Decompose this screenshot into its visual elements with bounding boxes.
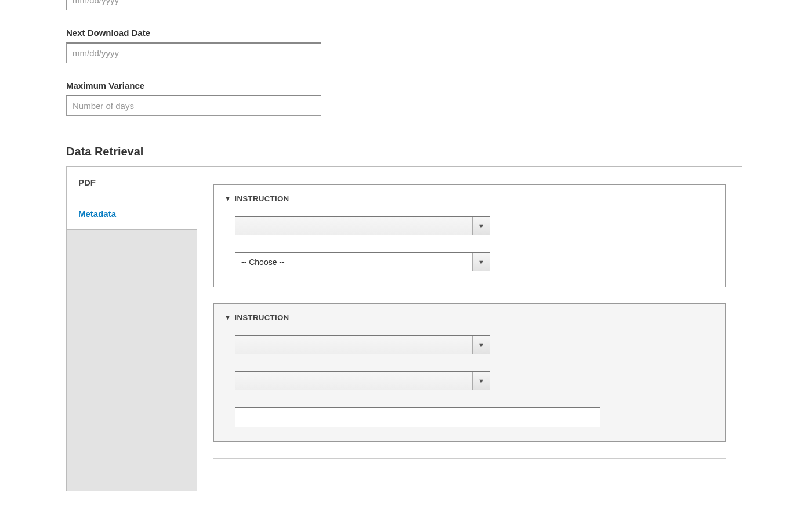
instruction1-select2[interactable]: -- Choose -- ▼ [235, 252, 490, 271]
cutoff-date-input[interactable] [66, 0, 321, 10]
data-retrieval-panel: PDF Metadata ▼ INSTRUCTION ▼ -- Choose -… [66, 166, 742, 491]
max-variance-label: Maximum Variance [66, 81, 742, 90]
instruction-block-1-header[interactable]: ▼ INSTRUCTION [224, 194, 715, 203]
next-download-field: Next Download Date [66, 28, 742, 63]
tab-pdf[interactable]: PDF [67, 167, 197, 198]
instruction-block-2-title: INSTRUCTION [234, 313, 289, 322]
next-download-label: Next Download Date [66, 28, 742, 38]
divider [213, 458, 726, 459]
cutoff-date-field [66, 0, 742, 10]
instruction-block-2: ▼ INSTRUCTION ▼ ▼ [213, 303, 726, 442]
instruction2-text-input[interactable] [235, 407, 600, 427]
max-variance-field: Maximum Variance [66, 81, 742, 116]
side-tab-filler [67, 230, 197, 491]
side-tabs: PDF Metadata [67, 167, 197, 491]
collapse-down-icon: ▼ [224, 314, 231, 321]
instruction-block-2-header[interactable]: ▼ INSTRUCTION [224, 313, 715, 322]
instruction-block-1: ▼ INSTRUCTION ▼ -- Choose -- ▼ [213, 184, 726, 287]
instruction2-select2[interactable]: ▼ [235, 371, 490, 390]
instruction2-select1[interactable]: ▼ [235, 335, 490, 354]
dropdown-icon: ▼ [472, 217, 490, 235]
dropdown-icon: ▼ [472, 336, 490, 354]
next-download-input[interactable] [66, 42, 321, 63]
collapse-down-icon: ▼ [224, 195, 231, 202]
max-variance-input[interactable] [66, 95, 321, 116]
metadata-tab-body: ▼ INSTRUCTION ▼ -- Choose -- ▼ ▼ INSTRUC… [197, 167, 742, 491]
instruction1-select1[interactable]: ▼ [235, 216, 490, 235]
instruction1-select2-value: -- Choose -- [241, 253, 285, 271]
tab-metadata[interactable]: Metadata [67, 198, 197, 230]
dropdown-icon: ▼ [472, 372, 490, 390]
instruction-block-1-title: INSTRUCTION [234, 194, 289, 203]
data-retrieval-heading: Data Retrieval [66, 145, 742, 158]
dropdown-icon: ▼ [472, 253, 490, 271]
